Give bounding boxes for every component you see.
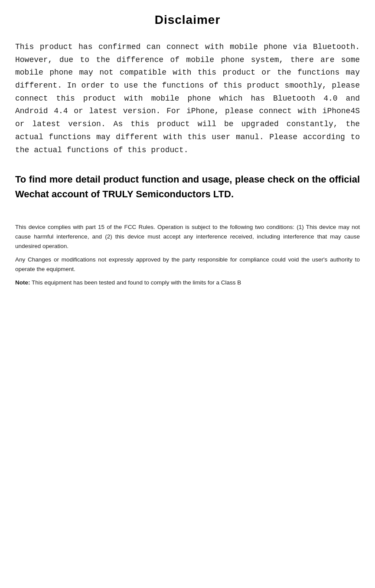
bold-cta-text: To find more detail product function and… — [15, 172, 360, 202]
page-title: Disclaimer — [15, 13, 360, 27]
fcc-note-label: Note: — [15, 279, 30, 286]
main-disclaimer-text: This product has confirmed can connect w… — [15, 41, 360, 157]
fcc-paragraph-2: Any Changes or modifications not express… — [15, 255, 360, 274]
fcc-paragraph-1: This device complies with part 15 of the… — [15, 222, 360, 251]
page-container: Disclaimer This product has confirmed ca… — [15, 13, 360, 287]
fcc-note-body: This equipment has been tested and found… — [30, 279, 241, 286]
fcc-note: Note: This equipment has been tested and… — [15, 278, 360, 287]
